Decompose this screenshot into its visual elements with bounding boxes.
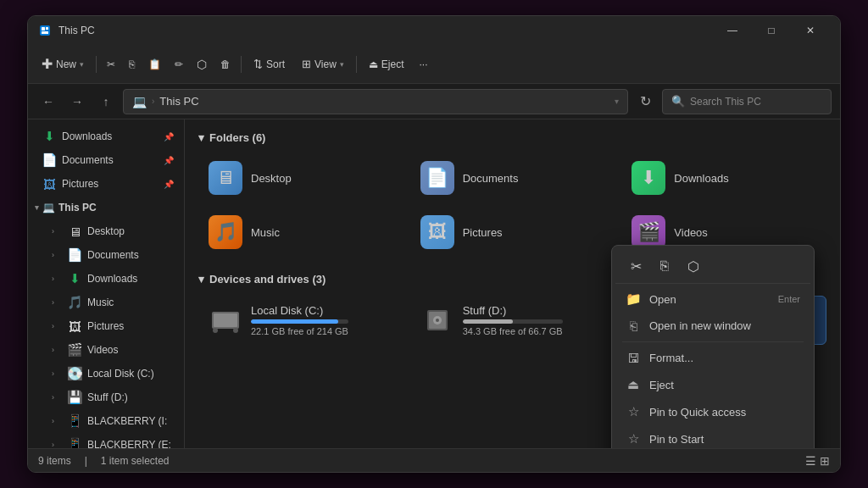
sort-icon: ⇅ bbox=[253, 58, 263, 70]
expand-chevron: › bbox=[52, 417, 62, 425]
rename-icon: ✏ bbox=[175, 58, 183, 70]
documents-icon: 📄 bbox=[42, 152, 57, 168]
ctx-open-new[interactable]: ⎗ Open in new window bbox=[615, 313, 810, 339]
documents2-icon: 📄 bbox=[67, 247, 82, 263]
ctx-copy-button[interactable]: ⎘ bbox=[651, 252, 678, 280]
videos-label: Videos bbox=[674, 226, 708, 239]
ctx-separator-1 bbox=[622, 341, 804, 342]
back-button[interactable]: ← bbox=[36, 90, 60, 114]
drives-chevron[interactable]: ▾ bbox=[198, 273, 204, 286]
sidebar-item-desktop[interactable]: › 🖥 Desktop bbox=[31, 219, 181, 243]
pin-icon: 📌 bbox=[164, 156, 174, 165]
cut-icon: ✂ bbox=[107, 58, 115, 70]
context-menu-top-actions: ✂ ⎘ ⬡ bbox=[615, 249, 810, 284]
pin-icon: 📌 bbox=[164, 132, 174, 141]
sidebar-item-documents[interactable]: 📄 Documents 📌 bbox=[31, 148, 181, 172]
sidebar-item-bb2[interactable]: › 📱 BLACKBERRY (E: bbox=[31, 433, 181, 448]
list-view-icon[interactable]: ☰ bbox=[805, 454, 816, 468]
grid-view-icon[interactable]: ⊞ bbox=[820, 454, 830, 468]
title-bar: This PC — □ ✕ bbox=[28, 16, 840, 45]
sort-button[interactable]: ⇅ Sort bbox=[247, 53, 292, 75]
delete-button[interactable]: 🗑 bbox=[215, 54, 236, 75]
ctx-format-icon: 🖫 bbox=[626, 351, 641, 365]
more-button[interactable]: ··· bbox=[415, 54, 433, 75]
expand-chevron: › bbox=[52, 346, 62, 354]
expand-chevron: › bbox=[52, 369, 62, 378]
sidebar-item-documents2[interactable]: › 📄 Documents bbox=[31, 243, 181, 267]
downloads-label: Downloads bbox=[674, 172, 728, 185]
this-pc-header[interactable]: ▾ 💻 This PC bbox=[28, 196, 184, 219]
ctx-eject-label: Eject bbox=[649, 379, 674, 391]
new-button[interactable]: ✚ New ▾ bbox=[35, 52, 91, 76]
pictures-label: Pictures bbox=[463, 226, 503, 239]
view-icon: ⊞ bbox=[302, 58, 311, 70]
folder-item-downloads[interactable]: ⬇ Downloads bbox=[621, 154, 826, 202]
share-button[interactable]: ⬡ bbox=[192, 53, 212, 75]
folders-chevron[interactable]: ▾ bbox=[198, 131, 204, 144]
ctx-cut-button[interactable]: ✂ bbox=[622, 252, 649, 280]
ctx-open[interactable]: 📁 Open Enter bbox=[615, 286, 810, 313]
sidebar-item-downloads2[interactable]: › ⬇ Downloads bbox=[31, 267, 181, 291]
ctx-pin-start[interactable]: ☆ Pin to Start bbox=[615, 425, 810, 448]
ctx-pin-start-icon: ☆ bbox=[626, 431, 641, 446]
ctx-open-label: Open bbox=[649, 293, 676, 306]
this-pc-label: This PC bbox=[58, 202, 97, 214]
folder-item-pictures[interactable]: 🖼 Pictures bbox=[410, 208, 615, 256]
sidebar-item-localc[interactable]: › 💽 Local Disk (C:) bbox=[31, 362, 181, 385]
rename-button[interactable]: ✏ bbox=[170, 54, 188, 75]
drive-c-info: Local Disk (C:) 22.1 GB free of 214 GB bbox=[251, 304, 348, 336]
share-icon: ⬡ bbox=[197, 58, 207, 71]
ctx-eject[interactable]: ⏏ Eject bbox=[615, 371, 810, 398]
sidebar-item-videos[interactable]: › 🎬 Videos bbox=[31, 338, 181, 362]
cut-button[interactable]: ✂ bbox=[102, 54, 120, 75]
window-title: This PC bbox=[58, 25, 713, 36]
maximize-button[interactable]: □ bbox=[752, 16, 791, 45]
music-label: Music bbox=[251, 226, 280, 239]
sidebar-item-bb1[interactable]: › 📱 BLACKBERRY (I: bbox=[31, 409, 181, 433]
search-field[interactable]: 🔍 Search This PC bbox=[662, 89, 832, 114]
sidebar-item-music[interactable]: › 🎵 Music bbox=[31, 291, 181, 314]
new-icon: ✚ bbox=[42, 56, 53, 72]
paste-button[interactable]: 📋 bbox=[143, 54, 166, 75]
copy-button[interactable]: ⎘ bbox=[124, 54, 140, 75]
desktop-icon: 🖥 bbox=[67, 225, 82, 239]
folder-item-documents[interactable]: 📄 Documents bbox=[410, 154, 615, 202]
view-button[interactable]: ⊞ View ▾ bbox=[295, 53, 351, 75]
forward-button[interactable]: → bbox=[65, 90, 89, 114]
up-button[interactable]: ↑ bbox=[94, 90, 118, 114]
downloads-folder-icon: ⬇ bbox=[632, 161, 665, 195]
folders-section-header: ▾ Folders (6) bbox=[198, 131, 826, 144]
svg-rect-3 bbox=[42, 31, 48, 34]
ctx-shortcut-button[interactable]: ⬡ bbox=[680, 252, 707, 280]
sidebar-item-downloads[interactable]: ⬇ Downloads 📌 bbox=[31, 125, 181, 148]
address-dropdown-icon: ▾ bbox=[615, 97, 619, 106]
sidebar-item-stuff[interactable]: › 💾 Stuff (D:) bbox=[31, 385, 181, 409]
folders-grid: 🖥 Desktop 📄 Documents ⬇ Downloads bbox=[198, 154, 826, 256]
toolbar: ✚ New ▾ ✂ ⎘ 📋 ✏ ⬡ 🗑 ⇅ Sort ⊞ View bbox=[28, 45, 840, 84]
sidebar-item-pictures2[interactable]: › 🖼 Pictures bbox=[31, 314, 181, 338]
refresh-button[interactable]: ↻ bbox=[633, 90, 657, 114]
sidebar-item-pictures[interactable]: 🖼 Pictures 📌 bbox=[31, 172, 181, 196]
folder-item-desktop[interactable]: 🖥 Desktop bbox=[198, 154, 403, 202]
ctx-open-new-label: Open in new window bbox=[649, 319, 751, 332]
ctx-open-new-icon: ⎗ bbox=[626, 319, 641, 333]
file-explorer-window: This PC — □ ✕ ✚ New ▾ ✂ ⎘ 📋 ✏ ⬡ 🗑 bbox=[27, 15, 841, 473]
desktop-folder-icon: 🖥 bbox=[209, 161, 242, 195]
address-field[interactable]: 💻 › This PC ▾ bbox=[123, 89, 628, 114]
folder-item-music[interactable]: 🎵 Music bbox=[198, 208, 403, 256]
close-button[interactable]: ✕ bbox=[791, 16, 830, 45]
minimize-button[interactable]: — bbox=[713, 16, 752, 45]
ctx-format[interactable]: 🖫 Format... bbox=[615, 345, 810, 371]
ctx-pin-quick[interactable]: ☆ Pin to Quick access bbox=[615, 398, 810, 425]
window-icon bbox=[38, 24, 52, 37]
drive-d-bar-fill bbox=[463, 319, 513, 324]
expand-chevron: › bbox=[52, 441, 62, 448]
ctx-open-shortcut: Enter bbox=[778, 294, 800, 304]
drive-c-bar-fill bbox=[251, 319, 338, 324]
drive-item-c[interactable]: Local Disk (C:) 22.1 GB free of 214 GB bbox=[198, 296, 403, 345]
items-count: 9 items bbox=[38, 455, 71, 467]
eject-button[interactable]: ⏏ Eject bbox=[362, 54, 411, 75]
drive-item-d[interactable]: Stuff (D:) 34.3 GB free of 66.7 GB bbox=[410, 296, 615, 345]
documents-label: Documents bbox=[463, 172, 519, 185]
videos-icon: 🎬 bbox=[67, 342, 82, 358]
